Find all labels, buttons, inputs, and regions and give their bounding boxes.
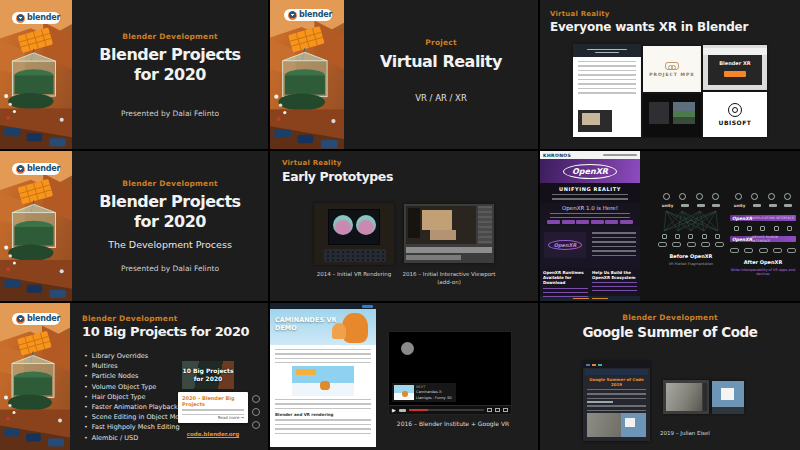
- device-icon: [662, 234, 667, 239]
- slide-eyebrow: Blender Development: [122, 179, 218, 188]
- youtube-player: NEXT Caminandes 3: Llamigos - Funny 3D ▶: [388, 331, 512, 415]
- paragraph-placeholder: [592, 232, 636, 258]
- device-box: [672, 242, 681, 247]
- player-controls: ▶: [389, 405, 511, 414]
- slide-7-ten-big-projects[interactable]: blender Blender Development 10 Big Proje…: [0, 303, 268, 450]
- purple-button: [576, 220, 589, 225]
- bullet-item: Hair Object Type: [84, 392, 187, 402]
- device-box: [773, 248, 782, 253]
- engine-logo-icon: [753, 204, 761, 207]
- fragmentation-lines: [658, 211, 724, 231]
- next-video-title-line-2: Llamigos - Funny 3D: [416, 396, 452, 400]
- slide-9-google-summer-of-code[interactable]: Blender Development Google Summer of Cod…: [540, 303, 800, 450]
- app-icon: [735, 193, 742, 200]
- device-box: [701, 242, 710, 247]
- slide-title: Virtual Reality: [380, 52, 502, 71]
- purple-button: [562, 220, 575, 225]
- image-caption: 2014 – Initial VR Rendering: [314, 270, 394, 278]
- slide-eyebrow: Virtual Reality: [282, 159, 393, 167]
- code-blender-org-link[interactable]: code.blender.org: [178, 431, 248, 437]
- paragraph-placeholder: [550, 213, 630, 218]
- diagram-caption: Before OpenXR: [658, 253, 724, 259]
- slide-5-early-prototypes[interactable]: Virtual Reality Early Prototypes 2014 – …: [270, 151, 538, 301]
- vr-headset-icon: [665, 62, 679, 70]
- devtalk-forum-screenshot: Google Summer of Code 2019: [583, 361, 650, 441]
- loading-spinner-icon: [401, 342, 414, 355]
- slide-8-caminandes-google-vr[interactable]: CAMINANDES VR DEMO Blender and VR render…: [270, 303, 538, 450]
- slide-title: Blender Projects for 2020: [99, 45, 240, 85]
- slide-3-everyone-wants-xr[interactable]: Virtual Reality Everyone wants XR in Ble…: [540, 0, 800, 149]
- logo-dot: [598, 364, 602, 366]
- openxr-release-section: OpenXR 1.0 is Here!: [540, 203, 640, 226]
- device-icon: [675, 234, 680, 239]
- slide-title: Everyone wants XR in Blender: [550, 20, 748, 34]
- timeline-bar: [406, 247, 492, 253]
- viewport-scene: [666, 383, 702, 411]
- blender-wordmark: blender: [27, 315, 60, 323]
- bar-label: APPLICATION INTERFACE: [753, 216, 794, 220]
- slide-2-virtual-reality[interactable]: blender Project Virtual Reality VR / AR …: [270, 0, 538, 149]
- device-icons-row: [658, 234, 724, 239]
- vr-view-screenshot: [712, 381, 744, 414]
- title-line-1: Blender Projects: [99, 192, 240, 211]
- device-box: [687, 242, 696, 247]
- bullet-item: Alembic / USD: [84, 433, 187, 443]
- page-title-line-2: DEMO: [275, 324, 297, 332]
- viewport-left: [649, 102, 669, 124]
- screenshot-collage: PROJECT MPX Blender XR UBISOFT: [573, 44, 769, 137]
- paragraph-placeholder: [587, 405, 646, 411]
- slide-content: Blender Development Blender Projects for…: [72, 151, 268, 301]
- openxr-banner: OpenXR: [540, 159, 640, 183]
- bullet-item: Particle Nodes: [84, 371, 187, 381]
- bullet-item: Library Overrides: [84, 351, 187, 361]
- settings-icon: [487, 408, 492, 412]
- paragraph-placeholder: [587, 389, 646, 399]
- llama-figure: [320, 381, 330, 390]
- share-icon: [252, 421, 260, 429]
- caminandes-webpage: CAMINANDES VR DEMO Blender and VR render…: [270, 303, 376, 447]
- embedded-video-thumb: [292, 366, 354, 396]
- forum-thread-title: Google Summer of Code 2019: [584, 377, 649, 387]
- engine-logo-icon: [712, 204, 720, 207]
- blender-xr-label: Blender XR: [708, 60, 762, 66]
- blender-wordmark: blender: [299, 11, 332, 19]
- slide-title: Blender Projects for 2020: [99, 192, 240, 232]
- text-line: [587, 49, 627, 51]
- engine-logo-icon: [697, 204, 705, 207]
- interactive-viewport-screenshot: [404, 204, 494, 263]
- paragraph-placeholder: [275, 419, 371, 437]
- slide-title: Early Prototypes: [282, 169, 393, 184]
- progress-fill: [409, 409, 429, 411]
- device-icon: [715, 234, 720, 239]
- progress-bar: [409, 409, 484, 411]
- openxr-logo-small: OpenXR: [548, 240, 583, 250]
- link-list-placeholder: [592, 282, 637, 292]
- paragraph-placeholder: [552, 194, 628, 201]
- bullet-item: Multires: [84, 361, 187, 371]
- slide-6-openxr-website[interactable]: KHRONOS OpenXR UNIFYING REALITY OpenXR 1…: [540, 151, 800, 301]
- engine-logo-icon: [769, 204, 777, 207]
- nav-button: [362, 305, 373, 308]
- share-icon: [252, 408, 260, 416]
- presenter-credit: Presented by Dalai Felinto: [121, 264, 219, 273]
- sculpt-scene: [587, 413, 621, 437]
- engine-logo-icon: [681, 204, 689, 207]
- slide-eyebrow: Blender Development: [122, 32, 218, 41]
- poster-shape: [721, 388, 734, 400]
- column-heading: Help Us Build the OpenXR Ecosystem: [592, 270, 637, 280]
- next-label: NEXT: [416, 385, 425, 389]
- footer-columns: OpenXR Runtimes Available for Download H…: [540, 268, 640, 296]
- blog-post-card: 2020 – Blender Big Projects Read more →: [178, 392, 248, 423]
- bullet-item: Faster Animation Playback: [84, 402, 187, 412]
- application-interface-bar: OpenXR APPLICATION INTERFACE: [730, 215, 796, 221]
- image-caption: 2016 – Blender Institute + Google VR: [388, 420, 518, 427]
- slide-4-development-process[interactable]: blender Blender Development Blender Proj…: [0, 151, 268, 301]
- device-box: [759, 248, 768, 253]
- title-line-2: for 2020: [134, 212, 206, 231]
- share-icon: [252, 395, 260, 403]
- floor-shape: [712, 407, 744, 414]
- caminandes-logo: [296, 369, 316, 375]
- khronos-navbar: KHRONOS: [540, 151, 640, 159]
- slide-1-title-2020[interactable]: blender Blender Development Blender Proj…: [0, 0, 268, 149]
- forum-header: [583, 361, 650, 368]
